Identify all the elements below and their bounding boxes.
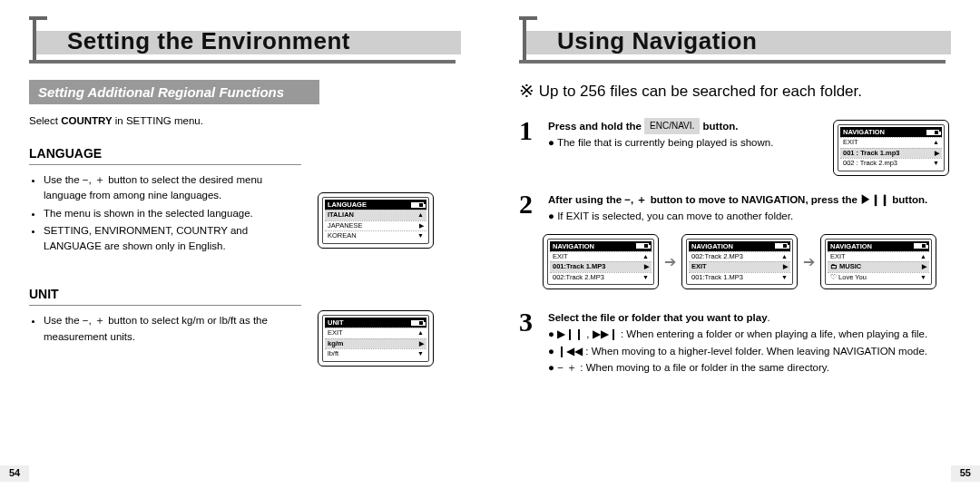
unit-bullets: Use the −, ＋ button to select kg/m or lb… (29, 313, 274, 345)
step-2: 2 After using the −, ＋ button to move to… (519, 191, 951, 225)
select-note: Select COUNTRY in SETTING menu. (29, 115, 461, 126)
title-block-right: Using Navigation (519, 16, 951, 64)
description-line: ※ Up to 256 files can be searched for ea… (519, 80, 951, 102)
page-number-right: 55 (951, 465, 980, 482)
arrow-right-icon: ➔ (803, 253, 815, 270)
section-heading-language: LANGUAGE (29, 146, 461, 161)
step-number: 1 (519, 118, 539, 142)
lcd-navigation-c: NAVIGATION EXIT▲ 🗀 MUSIC▶ ♡ Love You▼ (820, 234, 936, 290)
list-item: Use the −, ＋ button to select kg/m or lb… (44, 313, 274, 345)
lcd-unit: UNIT EXIT▲ kg/m▶ lb/ft▼ (318, 310, 434, 367)
language-bullets: Use the −, ＋ button to select the desire… (29, 172, 274, 254)
right-page: Using Navigation ※ Up to 256 files can b… (490, 0, 980, 489)
page-title-right: Using Navigation (557, 27, 757, 55)
page-title-left: Setting the Environment (67, 27, 350, 55)
lcd-navigation-b: NAVIGATION 002:Track 2.MP3▲ EXIT▶ 001:Tr… (681, 234, 798, 290)
reference-mark-icon: ※ (519, 81, 534, 101)
subtitle-band: Setting Additional Regional Functions (29, 80, 319, 104)
lcd-navigation-a: NAVIGATION EXIT▲ 001:Track 1.MP3▶ 002:Tr… (543, 234, 659, 290)
divider (29, 164, 301, 165)
title-block-left: Setting the Environment (29, 16, 461, 64)
section-heading-unit: UNIT (29, 287, 461, 301)
list-item: SETTING, ENVIRONMENT, COUNTRY and LANGUA… (44, 223, 274, 255)
page-number-left: 54 (0, 465, 29, 482)
step-3: 3 Select the file or folder that you wan… (519, 309, 951, 377)
lcd-language: LANGUAGE ITALIAN▲ JAPANESE▶ KOREAN▼ (318, 192, 434, 249)
lcd-sequence: NAVIGATION EXIT▲ 001:Track 1.MP3▶ 002:Tr… (543, 234, 951, 290)
step-number: 2 (519, 191, 539, 216)
left-page: Setting the Environment Setting Addition… (0, 0, 490, 489)
list-item: Use the −, ＋ button to select the desire… (44, 172, 274, 204)
list-item: The menu is shown in the selected langua… (44, 206, 274, 221)
divider (29, 305, 301, 306)
arrow-right-icon: ➔ (664, 253, 676, 270)
button-label-encnavi: ENC/NAVI. (644, 118, 700, 134)
step-number: 3 (519, 309, 539, 334)
lcd-navigation-1: NAVIGATION EXIT▲ 001 : Track 1.mp3▶ 002 … (833, 120, 949, 176)
